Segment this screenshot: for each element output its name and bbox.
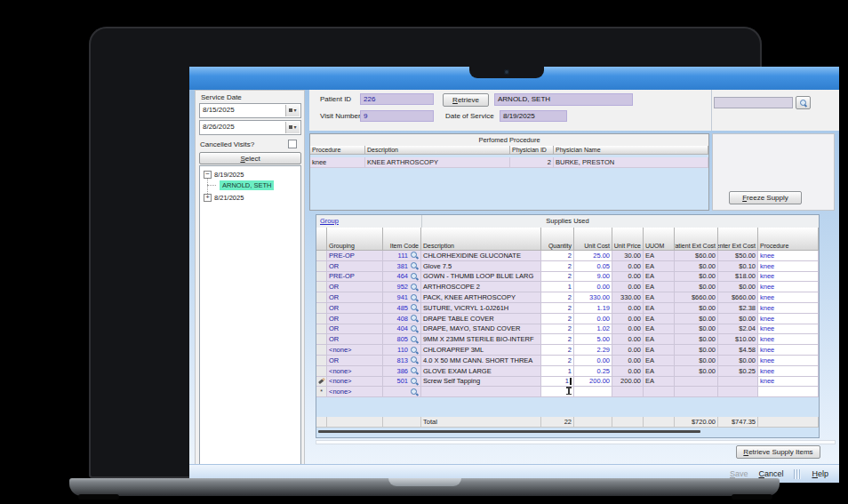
cell-unit-cost[interactable]: 2.29 xyxy=(574,345,612,356)
cell-unit-price[interactable]: 0.00 xyxy=(612,366,644,377)
cell-patient-ext-cost[interactable]: $0.00 xyxy=(675,314,718,324)
cell-unit-cost[interactable]: 330.00 xyxy=(574,292,612,303)
cell-quantity[interactable]: 2 xyxy=(541,272,574,283)
cell-description[interactable]: GLOVE EXAM LARGE xyxy=(421,366,541,377)
cell-center-ext-cost[interactable]: $0.00 xyxy=(718,282,758,292)
cell-procedure[interactable]: knee xyxy=(758,272,819,283)
cell-item-code[interactable]: 110 xyxy=(383,345,421,356)
cell-patient-ext-cost[interactable]: $0.00 xyxy=(675,334,718,345)
cell-grouping[interactable]: OR xyxy=(327,303,383,314)
cell-unit-cost[interactable]: 0.00 xyxy=(574,356,612,366)
cell-unit-price[interactable]: 0.00 xyxy=(612,261,644,272)
cell-quantity[interactable]: 2 xyxy=(541,324,574,335)
cell-center-ext-cost[interactable]: $0.10 xyxy=(718,261,758,272)
cell-item-code[interactable]: 952 xyxy=(383,282,421,292)
cell-uuom[interactable]: EA xyxy=(644,314,675,324)
cell-unit-price[interactable]: 0.00 xyxy=(612,334,644,345)
cell-procedure[interactable]: knee xyxy=(758,292,819,303)
cell-description[interactable]: DRAPE, MAYO, STAND COVER xyxy=(421,324,541,335)
cell-grouping[interactable]: PRE-OP xyxy=(327,272,383,283)
cell-center-ext-cost[interactable]: $660.00 xyxy=(718,292,758,303)
cell-unit-price[interactable]: 0.00 xyxy=(612,356,644,366)
procedure-table-row[interactable]: knee KNEE ARTHROSCOPY 2 BURKE, PRESTON xyxy=(310,157,708,168)
tree-node-date1[interactable]: 8/19/2025 xyxy=(214,171,244,179)
cell-item-code[interactable]: 805 xyxy=(383,334,421,345)
cell-uuom[interactable]: EA xyxy=(644,261,675,272)
collapse-icon[interactable] xyxy=(204,171,212,179)
cell-unit-price[interactable]: 0.00 xyxy=(612,282,644,292)
cell-description[interactable]: PACK, KNEE ARTHROSCOPY xyxy=(421,292,541,303)
cell-uuom[interactable]: EA xyxy=(644,251,675,261)
cell-grouping[interactable]: OR xyxy=(327,324,383,335)
cell-item-code[interactable]: 501 xyxy=(383,377,421,388)
tree-node-date2[interactable]: 8/21/2025 xyxy=(214,194,244,202)
patient-name-field[interactable]: ARNOLD, SETH xyxy=(494,93,633,106)
cell-item-code[interactable]: 813 xyxy=(383,356,421,366)
cell-unit-price[interactable] xyxy=(612,387,644,397)
cell-unit-cost[interactable]: 0.05 xyxy=(574,261,612,272)
cell-procedure[interactable]: knee xyxy=(758,377,819,388)
cell-procedure[interactable]: knee xyxy=(310,157,365,168)
cell-quantity[interactable]: 2 xyxy=(541,251,574,261)
item-lookup-icon[interactable] xyxy=(410,251,419,260)
cell-quantity[interactable]: 2 xyxy=(541,334,574,345)
cell-quantity[interactable]: 2 xyxy=(541,261,574,272)
cell-unit-cost[interactable]: 200.00 xyxy=(574,377,612,388)
cell-procedure[interactable]: knee xyxy=(758,251,819,261)
cell-item-code[interactable]: 404 xyxy=(383,324,421,335)
cell-center-ext-cost[interactable]: $0.00 xyxy=(718,356,758,366)
calendar-dropdown-icon[interactable]: ▾ xyxy=(285,122,300,133)
cell-grouping[interactable]: <none> xyxy=(327,366,383,377)
cell-description[interactable]: DRAPE TABLE COVER xyxy=(421,314,541,324)
item-lookup-icon[interactable] xyxy=(410,293,419,302)
cell-uuom[interactable]: EA xyxy=(644,334,675,345)
cell-patient-ext-cost[interactable]: $60.00 xyxy=(675,251,718,261)
cell-item-code[interactable]: 111 xyxy=(383,251,421,261)
search-input[interactable] xyxy=(714,97,793,108)
cell-unit-price[interactable]: 0.00 xyxy=(612,324,644,335)
cell-procedure[interactable]: knee xyxy=(758,334,819,345)
item-lookup-icon[interactable] xyxy=(410,314,419,323)
cell-uuom[interactable]: EA xyxy=(644,282,675,292)
cell-grouping[interactable]: OR xyxy=(327,356,383,366)
date-from-input[interactable]: 8/15/2025 ▾ xyxy=(199,103,301,118)
cell-description[interactable]: CHLORHEXIDINE GLUCONATE xyxy=(421,251,541,261)
cell-procedure[interactable]: knee xyxy=(758,356,819,366)
cell-patient-ext-cost[interactable]: $0.00 xyxy=(675,324,718,335)
cell-procedure[interactable]: knee xyxy=(758,345,819,356)
horizontal-scrollbar-thumb[interactable] xyxy=(318,430,700,433)
cell-description[interactable]: Screw Self Tapping xyxy=(421,377,541,388)
cell-description[interactable] xyxy=(421,387,541,397)
cell-patient-ext-cost[interactable] xyxy=(675,387,718,397)
item-lookup-icon[interactable] xyxy=(410,272,419,281)
cell-grouping[interactable]: OR xyxy=(327,292,383,303)
item-lookup-icon[interactable] xyxy=(410,324,419,333)
cell-grouping[interactable]: OR xyxy=(327,314,383,324)
cell-patient-ext-cost[interactable]: $660.00 xyxy=(675,292,718,303)
cell-procedure[interactable]: knee xyxy=(758,324,819,335)
item-lookup-icon[interactable] xyxy=(410,335,419,344)
help-button[interactable]: Help xyxy=(812,469,828,478)
cell-unit-price[interactable]: 0.00 xyxy=(612,345,644,356)
cancel-button[interactable]: Cancel xyxy=(758,469,783,478)
cell-item-code[interactable]: 941 xyxy=(383,292,421,303)
cell-description[interactable]: 9MM X 23MM STERILE BIO-INTERF xyxy=(421,334,541,345)
cell-uuom[interactable]: EA xyxy=(644,345,675,356)
cell-item-code[interactable]: 485 xyxy=(383,303,421,314)
freeze-supply-button[interactable]: Freeze Supply xyxy=(729,191,802,204)
cell-quantity[interactable]: 2 xyxy=(541,303,574,314)
cell-center-ext-cost[interactable] xyxy=(718,387,758,397)
cell-quantity[interactable]: 2 xyxy=(541,314,574,324)
cell-quantity[interactable]: 1 xyxy=(541,366,574,377)
cell-description[interactable]: GOWN - THUMB LOOP BLUE LARG xyxy=(421,272,541,283)
cell-center-ext-cost[interactable]: $2.04 xyxy=(718,324,758,335)
cell-unit-cost[interactable]: 25.00 xyxy=(574,251,612,261)
cell-quantity[interactable]: 1 xyxy=(541,377,574,388)
cell-unit-cost[interactable]: 0.00 xyxy=(574,314,612,324)
cell-unit-price[interactable]: 30.00 xyxy=(612,251,644,261)
cell-unit-cost[interactable]: 0.25 xyxy=(574,366,612,377)
cell-description[interactable]: CHLORAPREP 3ML xyxy=(421,345,541,356)
cell-patient-ext-cost[interactable]: $0.00 xyxy=(675,345,718,356)
item-lookup-icon[interactable] xyxy=(410,346,419,355)
item-lookup-icon[interactable] xyxy=(410,377,419,386)
